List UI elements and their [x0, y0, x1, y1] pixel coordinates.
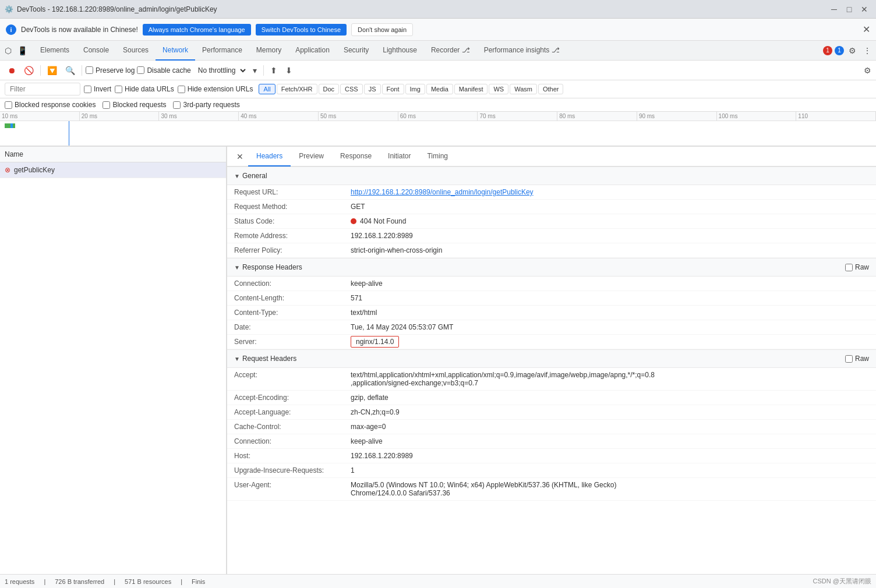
settings-icon[interactable]: ⚙	[846, 44, 859, 58]
request-name: getPublicKey	[14, 166, 55, 174]
tab-sources[interactable]: Sources	[116, 41, 156, 61]
detail-tab-response[interactable]: Response	[332, 147, 380, 167]
row-upgrade-insecure: Upgrade-Insecure-Requests: 1	[227, 463, 876, 478]
dont-show-button[interactable]: Don't show again	[351, 23, 413, 36]
match-language-button[interactable]: Always match Chrome's language	[143, 24, 251, 36]
filter-css[interactable]: CSS	[340, 84, 363, 94]
titlebar-left: ⚙️ DevTools - 192.168.1.220:8989/online_…	[5, 5, 217, 13]
tab-lighthouse[interactable]: Lighthouse	[376, 41, 424, 61]
invert-label[interactable]: Invert	[84, 85, 111, 93]
close-button[interactable]: ✕	[857, 2, 871, 16]
tick-60: 60 ms	[398, 112, 478, 121]
switch-chinese-button[interactable]: Switch DevTools to Chinese	[256, 24, 347, 36]
hide-data-checkbox[interactable]	[115, 86, 122, 93]
tab-console[interactable]: Console	[76, 41, 116, 61]
tab-application[interactable]: Application	[288, 41, 337, 61]
row-host: Host: 192.168.1.220:8989	[227, 449, 876, 463]
inspect-icon[interactable]: ⬡	[2, 44, 14, 58]
request-item[interactable]: ⊗ getPublicKey	[0, 162, 226, 178]
raw-checkbox-response[interactable]: Raw	[845, 263, 869, 271]
request-url-val[interactable]: http://192.168.1.220:8989/online_admin/l…	[351, 188, 869, 196]
detail-tab-preview[interactable]: Preview	[291, 147, 332, 167]
throttle-select[interactable]: No throttling Fast 3G Slow 3G Offline	[193, 65, 248, 76]
raw-checkbox-input-request[interactable]	[845, 355, 853, 363]
invert-checkbox[interactable]	[84, 86, 91, 93]
disable-cache-checkbox[interactable]	[137, 66, 144, 74]
raw-checkbox-request[interactable]: Raw	[845, 355, 869, 363]
tab-perf-insights[interactable]: Performance insights ⎇	[477, 41, 567, 61]
infobar: i DevTools is now available in Chinese! …	[0, 19, 876, 41]
export-icon[interactable]: ⬆	[267, 64, 280, 77]
disable-cache-label[interactable]: Disable cache	[137, 66, 190, 75]
status-finish: Finis	[192, 578, 205, 585]
import-icon[interactable]: ⬇	[282, 64, 295, 77]
minimize-button[interactable]: ─	[827, 2, 841, 16]
filter-all[interactable]: All	[259, 84, 275, 94]
blocked-cookies-checkbox[interactable]	[5, 101, 12, 109]
tab-performance[interactable]: Performance	[195, 41, 249, 61]
third-party-text: 3rd-party requests	[183, 101, 239, 109]
general-arrow: ▼	[234, 173, 240, 179]
request-arrow: ▼	[234, 356, 240, 362]
filter-input[interactable]	[5, 83, 80, 95]
filter-wasm[interactable]: Wasm	[510, 84, 537, 94]
tab-security[interactable]: Security	[337, 41, 376, 61]
tick-90: 90 ms	[637, 112, 717, 121]
request-section-title: Request Headers	[242, 355, 296, 363]
filter-doc[interactable]: Doc	[319, 84, 340, 94]
third-party-checkbox[interactable]	[173, 101, 181, 109]
disable-cache-text: Disable cache	[147, 66, 190, 75]
row-connection-req: Connection: keep-alive	[227, 434, 876, 449]
maximize-button[interactable]: □	[842, 2, 856, 16]
tab-network[interactable]: Network	[156, 41, 195, 61]
tab-recorder[interactable]: Recorder ⎇	[424, 41, 477, 61]
tab-memory[interactable]: Memory	[249, 41, 288, 61]
accept-language-key: Accept-Language:	[234, 408, 351, 416]
hide-data-label[interactable]: Hide data URLs	[115, 85, 174, 93]
filter-other[interactable]: Other	[538, 84, 564, 94]
detail-tab-headers[interactable]: Headers	[248, 147, 291, 167]
blocked-requests-label[interactable]: Blocked requests	[103, 101, 166, 109]
warn-badge: 1	[835, 46, 844, 55]
clear-button[interactable]: 🚫	[21, 64, 37, 77]
record-button[interactable]: ⏺	[5, 64, 19, 77]
third-party-label[interactable]: 3rd-party requests	[173, 101, 239, 109]
raw-checkbox-input-response[interactable]	[845, 264, 853, 271]
blocked-requests-checkbox[interactable]	[103, 101, 110, 109]
blocked-cookies-label[interactable]: Blocked response cookies	[5, 101, 96, 109]
detail-close-button[interactable]: ✕	[232, 147, 248, 167]
tick-70: 70 ms	[478, 112, 557, 121]
right-panel: ✕ Headers Preview Response Initiator Tim…	[227, 147, 876, 588]
filter-icon[interactable]: 🔽	[44, 64, 60, 77]
divider2	[82, 65, 82, 76]
search-icon[interactable]: 🔍	[62, 64, 78, 77]
tick-110: 110	[796, 112, 876, 121]
hide-ext-checkbox[interactable]	[178, 86, 185, 93]
throttle-arrow[interactable]: ▾	[250, 64, 260, 77]
remote-val: 192.168.1.220:8989	[351, 232, 869, 240]
filter-manifest[interactable]: Manifest	[454, 84, 488, 94]
preserve-log-checkbox[interactable]	[86, 66, 93, 74]
device-icon[interactable]: 📱	[15, 44, 30, 58]
filter-img[interactable]: Img	[405, 84, 425, 94]
network-settings-button[interactable]: ⚙	[864, 66, 871, 75]
preserve-log-text: Preserve log	[96, 66, 135, 75]
filter-ws[interactable]: WS	[489, 84, 508, 94]
more-icon[interactable]: ⋮	[861, 44, 874, 58]
detail-tabs: ✕ Headers Preview Response Initiator Tim…	[227, 147, 876, 167]
content-type-val: text/html	[351, 309, 869, 317]
detail-tab-timing[interactable]: Timing	[419, 147, 456, 167]
detail-tab-initiator[interactable]: Initiator	[380, 147, 419, 167]
preserve-log-label[interactable]: Preserve log	[86, 66, 135, 75]
error-badge: 1	[823, 46, 832, 55]
filter-media[interactable]: Media	[426, 84, 453, 94]
filter-js[interactable]: JS	[364, 84, 381, 94]
blocked-cookies-text: Blocked response cookies	[15, 101, 96, 109]
filter-font[interactable]: Font	[382, 84, 404, 94]
main-content: Name ⊗ getPublicKey ✕ Headers Preview Re…	[0, 147, 876, 588]
infobar-close-button[interactable]: ✕	[863, 24, 870, 35]
tab-elements[interactable]: Elements	[33, 41, 76, 61]
tick-10: 10 ms	[0, 112, 80, 121]
filter-fetch-xhr[interactable]: Fetch/XHR	[277, 84, 317, 94]
hide-ext-label[interactable]: Hide extension URLs	[178, 85, 253, 93]
